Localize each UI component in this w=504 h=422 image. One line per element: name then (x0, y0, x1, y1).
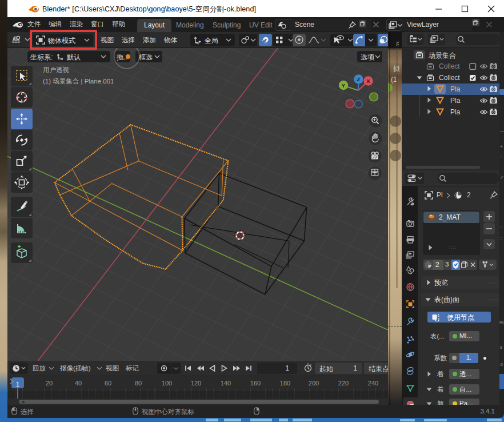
copy-viewlayer-icon[interactable] (472, 19, 479, 26)
record-button[interactable] (157, 363, 171, 374)
props-tab-tool[interactable] (403, 195, 418, 209)
show-gizmo-toggle[interactable] (353, 34, 365, 46)
eye-icon[interactable] (479, 86, 488, 93)
camera-icon[interactable] (489, 108, 498, 116)
options-dropdown[interactable]: 选项 (357, 51, 382, 62)
zoom-button[interactable] (369, 114, 382, 128)
pin-icon[interactable] (347, 21, 357, 30)
snap-target-dropdown[interactable] (239, 34, 257, 46)
camera-icon[interactable] (489, 85, 498, 93)
disclosure-right-icon[interactable] (427, 109, 431, 114)
play-reverse-icon[interactable] (207, 364, 217, 373)
viewport-menu-select[interactable]: 选择 (122, 36, 135, 45)
blender-menu-icon[interactable] (11, 21, 26, 29)
tool-annotate[interactable] (11, 197, 33, 217)
disclosure-down-icon[interactable] (426, 387, 432, 392)
workspace-tab-sculpting[interactable]: Sculpting (206, 19, 247, 32)
jump-end-icon[interactable] (243, 364, 253, 373)
show-overlays-toggle[interactable] (378, 34, 389, 46)
remove-viewlayer-icon[interactable] (486, 21, 493, 28)
jump-start-icon[interactable] (183, 364, 193, 373)
orientation-dropdown[interactable]: 全局 (190, 34, 235, 46)
timeline-menu-keying[interactable]: 抠像(插帧) (60, 364, 91, 373)
ortho-toggle-button[interactable] (369, 167, 382, 180)
unlink-scene-icon[interactable] (373, 21, 379, 28)
copy-material-button[interactable] (460, 260, 469, 270)
viewlayer-selector[interactable] (386, 19, 402, 31)
workspace-tab-modeling[interactable]: Modeling (169, 19, 211, 32)
viewlayer-name-field[interactable]: ViewLayer (402, 19, 472, 31)
new-copy-icon[interactable] (359, 20, 366, 27)
minimize-button[interactable] (425, 0, 451, 17)
factor-input-dot[interactable] (449, 353, 459, 363)
tool-select-box[interactable] (11, 66, 33, 86)
keyframe-dot[interactable] (483, 357, 486, 360)
visibility-dropdown[interactable] (330, 34, 355, 46)
shader2-button[interactable]: 自... (449, 384, 479, 395)
gizmo-dropdown[interactable] (365, 34, 377, 46)
timeline-menu-marker[interactable]: 标记 (126, 364, 139, 373)
viewport-menu-object[interactable]: 物体 (164, 36, 177, 45)
props-tab-output[interactable] (403, 233, 418, 246)
props-tab-scene[interactable] (403, 263, 418, 277)
surface-shader-button[interactable]: MI... (449, 331, 479, 341)
breadcrumb-material[interactable]: 2 (467, 191, 471, 199)
panel-surface[interactable]: 表(曲)面 :::::: (421, 293, 499, 306)
menu-edit[interactable]: 编辑 (49, 20, 62, 29)
material-users-button[interactable]: 3 (443, 260, 451, 270)
camera-icon[interactable] (489, 62, 498, 70)
props-tab-viewlayer[interactable] (403, 248, 418, 262)
editor-type-icon[interactable] (11, 35, 31, 45)
scene-name-field[interactable]: Scene (290, 19, 371, 31)
viewport-canvas[interactable]: Z X Y (7, 48, 388, 361)
timeline-menu-playback[interactable]: 回放 (33, 364, 46, 373)
disclosure-right-icon[interactable] (427, 97, 431, 103)
viewport-menu-add[interactable]: 添加 (143, 36, 156, 45)
outliner-display-mode[interactable] (407, 34, 423, 45)
props-tab-world[interactable] (403, 280, 418, 294)
eye-icon[interactable] (479, 74, 488, 81)
tool-move[interactable] (11, 109, 33, 129)
viewport-menu-view[interactable]: 视图 (101, 36, 114, 45)
falloff-dropdown[interactable] (307, 34, 330, 46)
outliner-row-collection[interactable]: Collect (402, 72, 501, 83)
timeline-ruler[interactable]: 20 40 60 80 100 120 140 160 180 200 220 … (7, 376, 388, 391)
outliner-row-collection-excluded[interactable]: Collect (402, 61, 501, 72)
slot-specials-button[interactable] (483, 239, 495, 249)
props-tab-modifiers[interactable] (403, 315, 418, 329)
menu-render[interactable]: 渲染 (70, 20, 83, 29)
outliner-row-pla-3[interactable]: Pla (402, 106, 501, 118)
timeline-scrollbar[interactable] (19, 400, 379, 404)
panel-grip[interactable]: :::::: (487, 297, 495, 302)
properties-search[interactable] (437, 173, 499, 184)
tool-rotate[interactable] (11, 130, 33, 150)
add-slot-button[interactable] (483, 211, 495, 222)
disclosure-right-icon[interactable] (427, 371, 431, 377)
orientation-group[interactable]: 坐标系: 默认 (27, 51, 110, 62)
material-name-field[interactable]: 2 (433, 260, 443, 270)
tool-scale[interactable] (11, 151, 33, 172)
close-button[interactable] (478, 0, 504, 17)
properties-display-mode[interactable] (405, 173, 424, 184)
menu-window[interactable]: 窗口 (91, 20, 104, 29)
checkbox-unchecked-icon[interactable] (469, 63, 477, 70)
props-tab-render[interactable] (403, 217, 418, 230)
use-nodes-button[interactable]: 使用节点 (427, 312, 491, 323)
disclosure-down-icon[interactable] (417, 75, 422, 80)
unlink-material-button[interactable] (469, 260, 477, 270)
outliner-row-pla-2[interactable]: Pla (402, 95, 501, 106)
browse-material-button[interactable] (423, 260, 433, 270)
tool-measure[interactable] (11, 218, 33, 238)
play-icon[interactable] (219, 364, 229, 373)
outliner-filter[interactable] (428, 34, 445, 45)
eye-icon[interactable] (479, 97, 488, 104)
axis-gizmo[interactable]: Z X Y (339, 74, 378, 108)
pan-button[interactable] (369, 132, 382, 145)
current-frame-field[interactable]: 1 (257, 363, 297, 374)
factor-value-field[interactable]: 1. (459, 353, 478, 363)
proportional-edit-toggle[interactable] (293, 34, 306, 46)
camera-view-button[interactable] (369, 149, 382, 162)
material-slot-row[interactable]: 2_MAT (423, 212, 479, 223)
tool-add-cube[interactable] (11, 242, 33, 263)
menu-help[interactable]: 帮助 (112, 20, 125, 29)
